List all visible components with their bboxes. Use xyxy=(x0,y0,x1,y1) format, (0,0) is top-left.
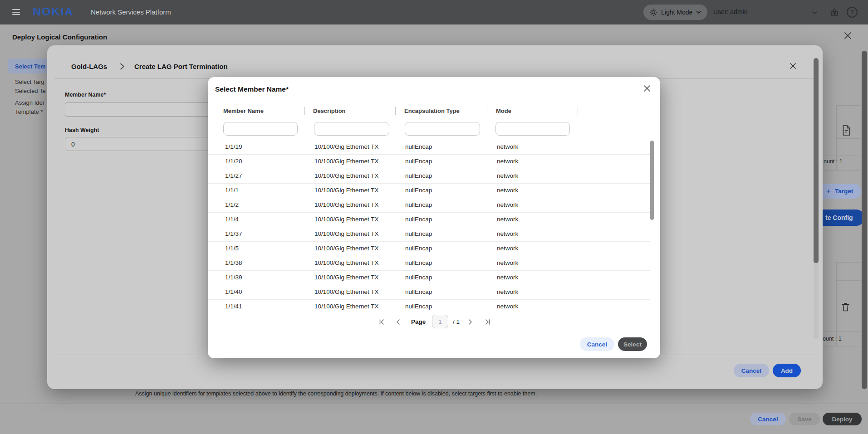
file-icon[interactable] xyxy=(842,125,851,136)
table-row[interactable]: 1/1/110/100/Gig Ethernet TXnullEncapnetw… xyxy=(208,184,650,198)
table-cell: nullEncap xyxy=(405,274,432,281)
table-cell: nullEncap xyxy=(405,303,432,310)
table-cell: network xyxy=(497,288,518,295)
column-header-member-name[interactable]: Member Name xyxy=(223,107,264,114)
app-title: Network Services Platform xyxy=(91,8,171,16)
table-cell: 10/100/Gig Ethernet TX xyxy=(314,201,379,208)
column-header-description[interactable]: Description xyxy=(313,107,346,114)
table-cell: 1/1/4 xyxy=(225,216,239,223)
theme-selector[interactable]: Light Mode xyxy=(643,5,707,20)
cut-table-border xyxy=(824,156,861,156)
table-row[interactable]: 1/1/510/100/Gig Ethernet TXnullEncapnetw… xyxy=(208,242,650,256)
table-row[interactable]: 1/1/3810/100/Gig Ethernet TXnullEncapnet… xyxy=(208,256,650,271)
plus-icon: + xyxy=(826,187,831,196)
modal-select-button[interactable]: Select xyxy=(618,337,647,351)
count-fragment: ount : 1 xyxy=(824,158,843,165)
cut-table-border xyxy=(836,105,861,106)
config-button-label: te Config xyxy=(825,214,853,221)
page-save-button[interactable]: Save xyxy=(789,413,820,425)
sidebar-item-selected-templates[interactable]: Selected Te xyxy=(15,88,46,94)
table-row[interactable]: 1/1/410/100/Gig Ethernet TXnullEncapnetw… xyxy=(208,213,650,227)
table-cell: 1/1/40 xyxy=(225,288,242,295)
hamburger-menu-icon[interactable] xyxy=(12,9,20,15)
filter-input-encapsulation-type[interactable] xyxy=(405,122,480,136)
table-cell: network xyxy=(497,172,518,179)
sidebar-item-label: Select Tem xyxy=(15,63,46,70)
last-page-icon[interactable] xyxy=(484,318,491,326)
table-cell: 1/1/27 xyxy=(225,172,242,179)
dialog-close-icon[interactable] xyxy=(790,63,796,69)
page-close-icon[interactable] xyxy=(844,32,852,39)
breadcrumb-parent[interactable]: Gold-LAGs xyxy=(71,63,107,70)
page-deploy-button[interactable]: Deploy xyxy=(823,413,862,425)
filter-input-description[interactable] xyxy=(314,122,389,136)
first-page-icon[interactable] xyxy=(378,318,386,326)
member-name-label: Member Name* xyxy=(65,92,106,98)
table-row[interactable]: 1/1/4010/100/Gig Ethernet TXnullEncapnet… xyxy=(208,285,650,300)
table-cell: nullEncap xyxy=(405,230,432,237)
column-header-encapsulation-type[interactable]: Encapsulation Type xyxy=(404,107,460,114)
table-cell: nullEncap xyxy=(405,172,432,179)
filter-input-member-name[interactable] xyxy=(223,122,298,136)
trash-icon[interactable] xyxy=(841,302,850,312)
generate-config-button[interactable]: te Config xyxy=(823,210,864,226)
next-page-icon[interactable] xyxy=(466,318,474,326)
dialog-scrollbar-thumb[interactable] xyxy=(814,58,819,263)
previous-page-icon[interactable] xyxy=(395,318,402,326)
modal-title: Select Member Name* xyxy=(215,85,289,93)
table-cell: network xyxy=(497,303,518,310)
table-cell: 10/100/Gig Ethernet TX xyxy=(314,288,379,295)
hash-weight-label: Hash Weight xyxy=(65,127,99,133)
cut-table-border xyxy=(836,138,861,139)
column-divider xyxy=(487,107,487,115)
theme-label: Light Mode xyxy=(661,9,692,16)
table-cell: 1/1/5 xyxy=(225,245,239,252)
modal-scrollbar-thumb[interactable] xyxy=(650,141,654,220)
modal-close-icon[interactable] xyxy=(643,85,651,92)
cut-table-border xyxy=(836,262,861,263)
table-cell: network xyxy=(497,158,518,165)
filter-input-mode[interactable] xyxy=(495,122,570,136)
user-label: User: admin xyxy=(713,8,747,15)
table-row[interactable]: 1/1/3910/100/Gig Ethernet TXnullEncapnet… xyxy=(208,271,650,285)
table-row[interactable]: 1/1/4110/100/Gig Ethernet TXnullEncapnet… xyxy=(208,300,650,314)
sidebar-item-assign-identifiers[interactable]: Assign Ider xyxy=(15,99,44,106)
table-cell: 1/1/19 xyxy=(225,143,242,150)
app-basket-icon[interactable] xyxy=(829,7,839,17)
column-header-mode[interactable]: Mode xyxy=(496,107,511,114)
page-scrollbar[interactable] xyxy=(862,51,867,389)
table-cell: 1/1/39 xyxy=(225,274,242,281)
sidebar-item-template[interactable]: Template * xyxy=(15,108,43,115)
cut-table-border xyxy=(836,262,837,346)
page-label: Page xyxy=(411,318,426,325)
table-cell: network xyxy=(497,259,518,266)
select-member-name-modal: Select Member Name* Member Name Descript… xyxy=(208,77,660,358)
table-row[interactable]: 1/1/2010/100/Gig Ethernet TXnullEncapnet… xyxy=(208,155,650,169)
table-cell: 1/1/41 xyxy=(225,303,242,310)
page-title: Deploy Logical Configuration xyxy=(12,33,107,41)
table-row[interactable]: 1/1/3710/100/Gig Ethernet TXnullEncapnet… xyxy=(208,227,650,242)
sidebar-item-select-targets[interactable]: Select Targ xyxy=(15,78,44,85)
dialog-add-button[interactable]: Add xyxy=(773,364,801,377)
table-cell: network xyxy=(497,230,518,237)
add-target-button[interactable]: + Target xyxy=(823,184,861,199)
assign-identifiers-note: Assign unique identifiers for templates … xyxy=(135,390,537,397)
table-row[interactable]: 1/1/1910/100/Gig Ethernet TXnullEncapnet… xyxy=(208,140,650,155)
dialog-cancel-button[interactable]: Cancel xyxy=(734,364,769,377)
column-divider xyxy=(578,107,578,115)
table-cell: nullEncap xyxy=(405,187,432,194)
nokia-logo: NOKIA xyxy=(33,6,74,18)
modal-cancel-button[interactable]: Cancel xyxy=(580,337,614,351)
page-number-input[interactable] xyxy=(432,315,448,328)
user-chevron-down-icon[interactable] xyxy=(811,10,818,15)
table-cell: 1/1/20 xyxy=(225,158,242,165)
table-row[interactable]: 1/1/210/100/Gig Ethernet TXnullEncapnetw… xyxy=(208,198,650,213)
count-fragment: ount : 1 xyxy=(823,336,842,342)
table-cell: 1/1/38 xyxy=(225,259,242,266)
table-cell: nullEncap xyxy=(405,158,432,165)
table-row[interactable]: 1/1/2710/100/Gig Ethernet TXnullEncapnet… xyxy=(208,169,650,184)
light-mode-sun-icon xyxy=(649,8,657,16)
help-icon[interactable]: ? xyxy=(847,7,858,18)
breadcrumb-current: Create LAG Port Termination xyxy=(134,63,228,70)
page-cancel-button[interactable]: Cancel xyxy=(750,413,786,425)
